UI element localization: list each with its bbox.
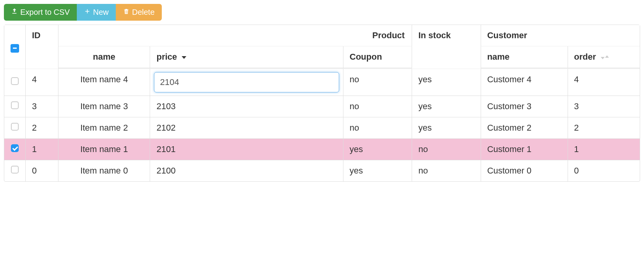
cell-coupon[interactable]: no — [343, 69, 412, 96]
select-all-checkbox[interactable] — [11, 44, 19, 53]
sort-desc-icon — [182, 56, 186, 59]
cell-customer[interactable]: Customer 0 — [481, 160, 568, 181]
customer-group-header: Customer — [481, 25, 640, 46]
plus-icon — [84, 8, 91, 17]
trash-icon — [123, 8, 130, 17]
product-name-header[interactable]: name — [58, 46, 150, 69]
cell-order[interactable]: 3 — [568, 96, 640, 117]
cell-order[interactable]: 0 — [568, 160, 640, 181]
row-checkbox[interactable] — [11, 101, 19, 109]
sort-both-icon — [601, 55, 609, 59]
cell-customer[interactable]: Customer 3 — [481, 96, 568, 117]
table-row: 1 Item name 1 2101 yes no Customer 1 1 — [4, 139, 640, 160]
row-checkbox[interactable] — [11, 166, 19, 174]
toolbar: Export to CSV New Delete — [4, 4, 640, 21]
export-csv-label: Export to CSV — [20, 8, 70, 17]
table-row: 3 Item name 3 2103 no yes Customer 3 3 — [4, 96, 640, 117]
cell-coupon[interactable]: yes — [343, 139, 412, 160]
cell-product-name[interactable]: Item name 1 — [58, 139, 150, 160]
cell-id[interactable]: 3 — [26, 96, 58, 117]
cell-customer[interactable]: Customer 4 — [481, 69, 568, 96]
cell-id[interactable]: 0 — [26, 160, 58, 181]
cell-price[interactable] — [150, 69, 343, 96]
customer-name-header[interactable]: name — [481, 46, 568, 69]
cell-price[interactable]: 2101 — [150, 139, 343, 160]
id-header[interactable]: ID — [26, 25, 58, 69]
cell-coupon[interactable]: no — [343, 96, 412, 117]
cell-in-stock[interactable]: yes — [412, 117, 481, 139]
new-button[interactable]: New — [77, 4, 116, 21]
cell-order[interactable]: 2 — [568, 117, 640, 139]
export-csv-button[interactable]: Export to CSV — [4, 4, 77, 21]
in-stock-header[interactable]: In stock — [412, 25, 481, 69]
export-icon — [11, 8, 18, 17]
price-edit-input[interactable] — [154, 72, 339, 92]
cell-product-name[interactable]: Item name 4 — [58, 69, 150, 96]
order-header-label: order — [574, 52, 596, 62]
cell-price[interactable]: 2100 — [150, 160, 343, 181]
table-row: 2 Item name 2 2102 no yes Customer 2 2 — [4, 117, 640, 139]
table-row: 0 Item name 0 2100 yes no Customer 0 0 — [4, 160, 640, 181]
cell-product-name[interactable]: Item name 2 — [58, 117, 150, 139]
cell-price[interactable]: 2103 — [150, 96, 343, 117]
cell-coupon[interactable]: no — [343, 117, 412, 139]
delete-button[interactable]: Delete — [116, 4, 162, 21]
cell-order[interactable]: 4 — [568, 69, 640, 96]
row-checkbox[interactable] — [11, 77, 19, 85]
delete-label: Delete — [132, 8, 155, 17]
cell-id[interactable]: 4 — [26, 69, 58, 96]
row-checkbox[interactable] — [11, 123, 19, 131]
new-label: New — [93, 8, 109, 17]
cell-coupon[interactable]: yes — [343, 160, 412, 181]
cell-id[interactable]: 1 — [26, 139, 58, 160]
cell-product-name[interactable]: Item name 0 — [58, 160, 150, 181]
cell-product-name[interactable]: Item name 3 — [58, 96, 150, 117]
table-row: 4 Item name 4 no yes Customer 4 4 — [4, 69, 640, 96]
price-header[interactable]: price — [150, 46, 343, 69]
cell-price[interactable]: 2102 — [150, 117, 343, 139]
cell-id[interactable]: 2 — [26, 117, 58, 139]
cell-in-stock[interactable]: yes — [412, 96, 481, 117]
cell-in-stock[interactable]: no — [412, 139, 481, 160]
cell-order[interactable]: 1 — [568, 139, 640, 160]
row-checkbox[interactable] — [11, 144, 19, 152]
data-table: ID Product In stock Customer name price … — [4, 25, 640, 182]
product-group-header: Product — [58, 25, 412, 46]
cell-customer[interactable]: Customer 1 — [481, 139, 568, 160]
order-header[interactable]: order — [568, 46, 640, 69]
cell-in-stock[interactable]: yes — [412, 69, 481, 96]
price-header-label: price — [156, 52, 177, 62]
select-all-header — [4, 25, 26, 69]
cell-in-stock[interactable]: no — [412, 160, 481, 181]
cell-customer[interactable]: Customer 2 — [481, 117, 568, 139]
coupon-header[interactable]: Coupon — [343, 46, 412, 69]
